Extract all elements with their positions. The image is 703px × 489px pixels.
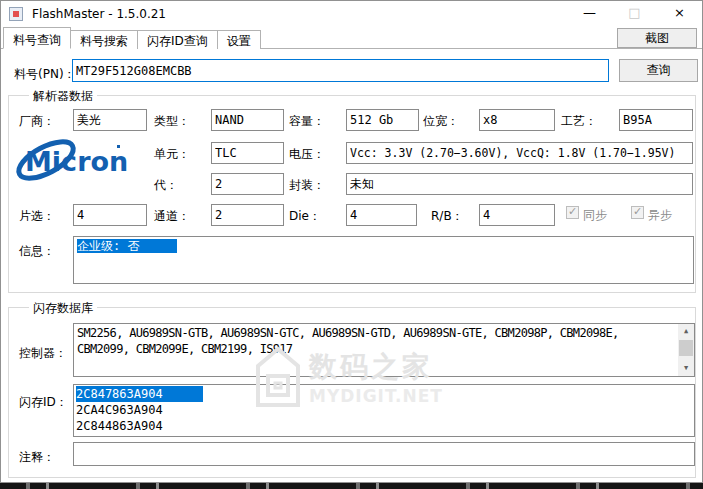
vendor-label: 厂商：	[19, 113, 55, 130]
titlebar: FlashMaster - 1.5.0.21 — □ ×	[1, 1, 702, 27]
sync-checkbox-label: 同步	[583, 207, 607, 224]
tab-pn-query[interactable]: 料号查询	[3, 27, 71, 49]
cell-label: 单元：	[154, 146, 190, 163]
tab-flashid-query[interactable]: 闪存ID查询	[137, 30, 218, 49]
async-checkbox	[631, 206, 644, 219]
flash-id-label: 闪存ID：	[19, 394, 68, 411]
pn-label: 料号(PN)：	[14, 66, 76, 83]
bus-width-field[interactable]	[479, 109, 555, 131]
parser-data-group: 解析器数据 厂商： 类型： 容量： 位宽： 工艺： Micron 单元： 电压：…	[8, 95, 696, 293]
flash-id-value: 2C847863A904	[76, 386, 203, 402]
bus-width-label: 位宽：	[423, 113, 459, 130]
info-textarea[interactable]: 企业级: 否	[73, 236, 694, 284]
comment-field[interactable]	[73, 442, 695, 466]
info-label: 信息：	[19, 243, 55, 260]
ce-field[interactable]	[73, 204, 147, 226]
package-label: 封装：	[289, 177, 325, 194]
micron-logo-text: Micron	[25, 146, 128, 177]
generation-label: 代：	[154, 177, 178, 194]
sync-checkbox	[566, 206, 579, 219]
rb-field[interactable]	[479, 204, 555, 226]
comment-label: 注释：	[19, 449, 55, 466]
channel-label: 通道：	[154, 208, 190, 225]
die-field[interactable]	[346, 204, 417, 226]
flash-db-group-title: 闪存数据库	[29, 300, 97, 317]
maximize-button: □	[612, 1, 657, 27]
micron-logo: Micron	[13, 132, 153, 186]
minimize-button[interactable]: —	[567, 1, 612, 27]
process-label: 工艺：	[561, 113, 597, 130]
async-checkbox-label: 异步	[648, 207, 672, 224]
scroll-down-icon[interactable]	[678, 361, 694, 376]
voltage-label: 电压：	[289, 146, 325, 163]
window-controls: — □ ×	[567, 1, 702, 27]
tabs: 料号查询 料号搜索 闪存ID查询 设置	[3, 27, 260, 49]
app-window: FlashMaster - 1.5.0.21 — □ × 料号查询 料号搜索 闪…	[0, 0, 703, 483]
app-icon	[9, 7, 23, 21]
capacity-label: 容量：	[289, 113, 325, 130]
type-field[interactable]	[211, 109, 284, 131]
screenshot-button[interactable]: 截图	[617, 28, 697, 48]
controller-label: 控制器：	[19, 345, 67, 362]
cell-field[interactable]	[211, 142, 284, 164]
flash-id-item-selected[interactable]: 2C847863A904	[74, 386, 694, 402]
ce-label: 片选：	[19, 208, 55, 225]
channel-field[interactable]	[211, 204, 284, 226]
tab-strip: 料号查询 料号搜索 闪存ID查询 设置 截图	[1, 27, 702, 49]
flash-db-group: 闪存数据库 控制器： SM2256, AU6989SN-GTB, AU6989S…	[8, 307, 696, 478]
window-shadow	[0, 483, 703, 489]
voltage-field[interactable]	[346, 142, 693, 164]
vendor-field[interactable]	[73, 109, 147, 131]
capacity-field[interactable]	[346, 109, 419, 131]
controller-textarea[interactable]: SM2256, AU6989SN-GTB, AU6989SN-GTC, AU69…	[73, 323, 695, 377]
tab-settings[interactable]: 设置	[217, 30, 261, 49]
window-title: FlashMaster - 1.5.0.21	[32, 7, 166, 21]
process-field[interactable]	[619, 109, 693, 131]
generation-field[interactable]	[211, 173, 284, 195]
die-label: Die：	[289, 208, 321, 225]
tab-pn-search[interactable]: 料号搜索	[70, 30, 138, 49]
type-label: 类型：	[154, 113, 190, 130]
package-field[interactable]	[346, 173, 693, 195]
query-button[interactable]: 查询	[619, 59, 698, 82]
scroll-up-icon[interactable]	[678, 324, 694, 339]
flash-id-listbox[interactable]: 2C847863A904 2CA4C963A904 2C844863A904	[73, 384, 695, 437]
close-button[interactable]: ×	[657, 1, 702, 27]
controller-list: SM2256, AU6989SN-GTB, AU6989SN-GTC, AU69…	[77, 326, 619, 356]
parser-group-title: 解析器数据	[29, 88, 97, 105]
pn-input[interactable]	[72, 59, 609, 82]
info-selected-text: 企业级: 否	[77, 239, 177, 253]
scrollbar-thumb[interactable]	[679, 340, 693, 356]
flash-id-item[interactable]: 2CA4C963A904	[74, 402, 694, 418]
flash-id-item[interactable]: 2C844863A904	[74, 418, 694, 434]
controller-scrollbar[interactable]	[678, 324, 694, 376]
rb-label: R/B：	[431, 208, 464, 225]
